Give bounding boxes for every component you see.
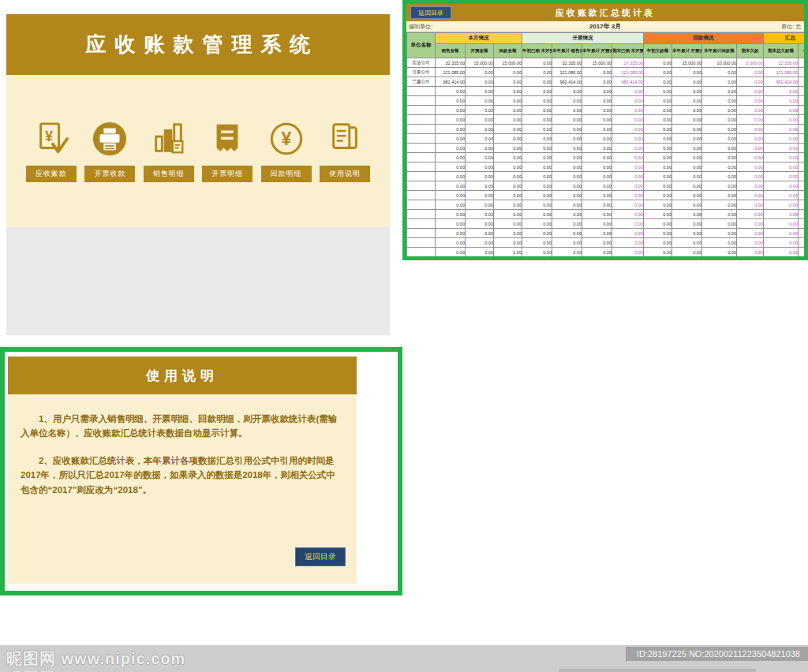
value-cell[interactable]: 0.00 bbox=[702, 87, 737, 96]
value-cell[interactable]: 0.00 bbox=[582, 68, 612, 77]
value-cell[interactable]: 0.00 bbox=[494, 115, 522, 125]
value-cell[interactable]: 0.00 bbox=[582, 248, 612, 257]
value-cell[interactable]: 0.00 bbox=[494, 191, 522, 200]
value-cell[interactable]: 0.00 bbox=[466, 68, 494, 77]
value-cell[interactable]: 0.00 bbox=[466, 248, 494, 257]
value-cell[interactable]: 0.00 bbox=[612, 238, 644, 248]
value-cell[interactable]: 0.00 bbox=[436, 106, 466, 115]
value-cell[interactable]: 0.00 bbox=[612, 210, 644, 219]
value-cell[interactable]: 0.00 bbox=[702, 162, 737, 172]
col-header[interactable]: 年初欠款额 bbox=[644, 44, 672, 58]
value-cell[interactable]: 0.00 bbox=[466, 200, 494, 210]
value-cell[interactable]: 0.00 bbox=[494, 96, 522, 106]
value-cell[interactable]: 0.00 bbox=[737, 115, 764, 125]
value-cell[interactable]: 0.00 bbox=[644, 153, 672, 162]
value-cell[interactable]: 0.00 bbox=[672, 210, 702, 219]
value-cell[interactable]: 0.00 bbox=[737, 134, 764, 144]
value-cell[interactable]: 0.00 bbox=[494, 181, 522, 191]
value-cell[interactable]: 0.00 bbox=[737, 219, 764, 229]
value-cell[interactable] bbox=[799, 77, 805, 87]
value-cell[interactable]: 0.00 bbox=[702, 106, 737, 115]
value-cell[interactable]: 0.00 bbox=[522, 153, 552, 162]
value-cell[interactable]: 0.00 bbox=[702, 115, 737, 125]
unit-name-cell[interactable] bbox=[407, 181, 436, 191]
value-cell[interactable]: 0.00 bbox=[764, 238, 799, 248]
value-cell[interactable]: 0.00 bbox=[522, 125, 552, 134]
value-cell[interactable]: 0.00 bbox=[737, 106, 764, 115]
value-cell[interactable]: 0.00 bbox=[764, 87, 799, 96]
menu-item-receipt[interactable]: 开票明细 bbox=[201, 121, 253, 182]
unit-name-cell[interactable] bbox=[407, 87, 436, 96]
unit-name-cell[interactable] bbox=[407, 200, 436, 210]
value-cell[interactable]: 0.00 bbox=[494, 125, 522, 134]
value-cell[interactable]: 0.00 bbox=[764, 191, 799, 200]
value-cell[interactable]: 0.00 bbox=[582, 87, 612, 96]
value-cell[interactable]: 0.00 bbox=[582, 229, 612, 238]
value-cell[interactable]: 0.00 bbox=[672, 191, 702, 200]
value-cell[interactable] bbox=[799, 125, 805, 134]
unit-name-cell[interactable] bbox=[407, 219, 436, 229]
value-cell[interactable]: 0.00 bbox=[466, 144, 494, 153]
value-cell[interactable]: 0.00 bbox=[466, 96, 494, 106]
value-cell[interactable]: 0.00 bbox=[644, 87, 672, 96]
value-cell[interactable]: 0.00 bbox=[552, 134, 582, 144]
value-cell[interactable]: 0.00 bbox=[582, 191, 612, 200]
summary-table[interactable]: 单位名称本月情况开票情况回款情况汇总销售金额开票金额回款金额年初已销 未开票额本… bbox=[406, 32, 804, 256]
value-cell[interactable]: 0.00 bbox=[466, 87, 494, 96]
value-cell[interactable] bbox=[799, 87, 805, 96]
value-cell[interactable]: 0.00 bbox=[737, 248, 764, 257]
value-cell[interactable]: 0.00 bbox=[644, 96, 672, 106]
value-cell[interactable]: 0.00 bbox=[612, 200, 644, 210]
value-cell[interactable]: 0.00 bbox=[737, 191, 764, 200]
col-header[interactable]: 回款金额 bbox=[494, 44, 522, 58]
value-cell[interactable] bbox=[799, 248, 805, 257]
value-cell[interactable]: 0.00 bbox=[494, 77, 522, 87]
menu-item-bar-chart[interactable]: 销售明细 bbox=[143, 121, 195, 182]
value-cell[interactable]: 0.00 bbox=[644, 200, 672, 210]
value-cell[interactable]: 0.00 bbox=[737, 172, 764, 181]
value-cell[interactable]: 0.00 bbox=[702, 96, 737, 106]
col-header[interactable]: 期末总欠款额 bbox=[764, 44, 799, 58]
col-header[interactable]: 本年累计 开票金额 bbox=[582, 44, 612, 58]
value-cell[interactable]: 0.00 bbox=[612, 134, 644, 144]
value-cell[interactable]: 0.00 bbox=[582, 125, 612, 134]
unit-name-cell[interactable] bbox=[407, 144, 436, 153]
value-cell[interactable]: 0.00 bbox=[582, 115, 612, 125]
value-cell[interactable]: 0.00 bbox=[612, 172, 644, 181]
value-cell[interactable]: 0.00 bbox=[522, 248, 552, 257]
value-cell[interactable]: 0.00 bbox=[522, 87, 552, 96]
col-header[interactable]: 本年累计 开票金额 bbox=[672, 44, 702, 58]
value-cell[interactable]: 0.00 bbox=[612, 248, 644, 257]
value-cell[interactable]: 0.00 bbox=[436, 153, 466, 162]
value-cell[interactable] bbox=[799, 58, 805, 68]
value-cell[interactable]: 0.00 bbox=[582, 106, 612, 115]
value-cell[interactable]: 0.00 bbox=[764, 162, 799, 172]
value-cell[interactable]: 0.00 bbox=[522, 96, 552, 106]
value-cell[interactable]: 0.00 bbox=[644, 144, 672, 153]
value-cell[interactable]: 0.00 bbox=[737, 68, 764, 77]
value-cell[interactable]: 0.00 bbox=[764, 210, 799, 219]
value-cell[interactable]: 0.00 bbox=[522, 115, 552, 125]
value-cell[interactable]: 0.00 bbox=[644, 125, 672, 134]
menu-item-receivable-doc[interactable]: ¥应收账款 bbox=[25, 121, 77, 182]
value-cell[interactable]: 0.00 bbox=[612, 87, 644, 96]
value-cell[interactable] bbox=[799, 68, 805, 77]
col-header-unit-name[interactable]: 单位名称 bbox=[407, 33, 436, 58]
value-cell[interactable]: 0.00 bbox=[466, 210, 494, 219]
menu-item-printer[interactable]: 开票收款 bbox=[84, 121, 136, 182]
value-cell[interactable]: 0.00 bbox=[764, 115, 799, 125]
value-cell[interactable]: 0.00 bbox=[702, 248, 737, 257]
col-header[interactable]: 期末欠款 bbox=[737, 44, 764, 58]
value-cell[interactable]: 0.00 bbox=[466, 181, 494, 191]
value-cell[interactable]: 0.00 bbox=[552, 248, 582, 257]
col-header[interactable]: 本年累计 销售金额 bbox=[552, 44, 582, 58]
value-cell[interactable] bbox=[799, 144, 805, 153]
value-cell[interactable]: 0.00 bbox=[522, 191, 552, 200]
value-cell[interactable]: 0.00 bbox=[672, 181, 702, 191]
value-cell[interactable]: 0.00 bbox=[494, 229, 522, 238]
value-cell[interactable]: 0.00 bbox=[582, 162, 612, 172]
value-cell[interactable]: 0.00 bbox=[582, 144, 612, 153]
value-cell[interactable]: 0.00 bbox=[436, 87, 466, 96]
value-cell[interactable]: 0.00 bbox=[552, 96, 582, 106]
value-cell[interactable]: 0.00 bbox=[522, 200, 552, 210]
